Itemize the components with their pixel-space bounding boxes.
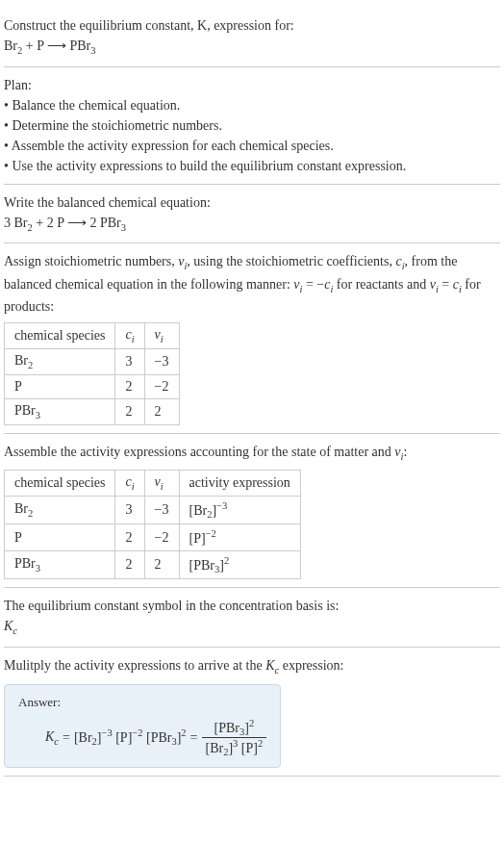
symbol: Kc (4, 616, 500, 639)
section-text: Write the balanced chemical equation: (4, 192, 500, 213)
cell: P (5, 374, 115, 398)
table-row: PBr3 2 2 (5, 398, 180, 424)
plan-section: Plan: • Balance the chemical equation. •… (4, 67, 500, 185)
section-text: The equilibrium constant symbol in the c… (4, 596, 500, 616)
stoich-table: chemical species ci νi Br2 3 −3 P 2 −2 P… (4, 322, 180, 424)
plan-bullet: • Balance the chemical equation. (4, 95, 500, 115)
cell: PBr3 (5, 398, 115, 424)
cell: 2 (144, 551, 179, 579)
cell: [PBr3]2 (179, 551, 300, 579)
cell: −2 (144, 374, 179, 398)
table-row: Br2 3 −3 [Br2]−3 (5, 496, 301, 523)
cell: PBr3 (5, 551, 115, 579)
text: expression: (279, 658, 343, 673)
section-text: Assemble the activity expressions accoun… (4, 442, 500, 465)
cell: 2 (115, 551, 144, 579)
answer-equation: Kc = [Br2]−3 [P]−2 [PBr3]2 = [PBr3]2 [Br… (45, 718, 266, 758)
text: for reactants and (333, 277, 429, 292)
cell: [P]−2 (179, 524, 300, 551)
stoich-section: Assign stoichiometric numbers, νi, using… (4, 243, 500, 433)
table-row: chemical species ci νi activity expressi… (5, 471, 301, 497)
col-header: ci (115, 323, 144, 349)
cell: P (5, 524, 115, 551)
prompt-section: Construct the equilibrium constant, K, e… (4, 8, 500, 67)
symbol-section: The equilibrium constant symbol in the c… (4, 588, 500, 648)
balanced-equation: 3 Br2 + 2 P ⟶ 2 PBr3 (4, 213, 500, 236)
activity-table: chemical species ci νi activity expressi… (4, 470, 301, 579)
col-header: νi (144, 471, 179, 497)
cell: Br2 (5, 496, 115, 523)
section-text: Assign stoichiometric numbers, νi, using… (4, 251, 500, 317)
cell: 2 (115, 398, 144, 424)
text: Assemble the activity expressions accoun… (4, 445, 394, 459)
table-row: P 2 −2 [P]−2 (5, 524, 301, 551)
plan-bullet: • Determine the stoichiometric numbers. (4, 115, 500, 136)
plan-bullet: • Use the activity expressions to build … (4, 156, 500, 176)
answer-section: Mulitply the activity expressions to arr… (4, 648, 500, 777)
text: Assign stoichiometric numbers, (4, 254, 178, 268)
prompt-text: Construct the equilibrium constant, K, e… (4, 15, 500, 36)
cell: Br2 (5, 348, 115, 374)
col-header: νi (144, 323, 179, 349)
col-header: chemical species (5, 471, 115, 497)
plan-title: Plan: (4, 75, 500, 95)
prompt-equation: Br2 + P ⟶ PBr3 (4, 36, 500, 59)
table-row: P 2 −2 (5, 374, 180, 398)
cell: [Br2]−3 (179, 496, 300, 523)
table-row: chemical species ci νi (5, 323, 180, 349)
text: , using the stoichiometric coefficients, (187, 254, 395, 268)
cell: 3 (115, 496, 144, 523)
section-text: Mulitply the activity expressions to arr… (4, 655, 500, 678)
answer-box: Answer: Kc = [Br2]−3 [P]−2 [PBr3]2 = [PB… (4, 684, 281, 769)
cell: −3 (144, 496, 179, 523)
plan-bullet: • Assemble the activity expression for e… (4, 136, 500, 156)
text: : (403, 445, 407, 459)
cell: −2 (144, 524, 179, 551)
table-row: Br2 3 −3 (5, 348, 180, 374)
cell: 2 (144, 398, 179, 424)
answer-label: Answer: (18, 695, 266, 710)
activity-section: Assemble the activity expressions accoun… (4, 434, 500, 589)
cell: 2 (115, 374, 144, 398)
cell: 2 (115, 524, 144, 551)
cell: 3 (115, 348, 144, 374)
col-header: activity expression (179, 471, 300, 497)
text: Construct the equilibrium constant, K, e… (4, 18, 294, 33)
balanced-section: Write the balanced chemical equation: 3 … (4, 185, 500, 244)
col-header: chemical species (5, 323, 115, 349)
col-header: ci (115, 471, 144, 497)
table-row: PBr3 2 2 [PBr3]2 (5, 551, 301, 579)
cell: −3 (144, 348, 179, 374)
text: Mulitply the activity expressions to arr… (4, 658, 265, 673)
